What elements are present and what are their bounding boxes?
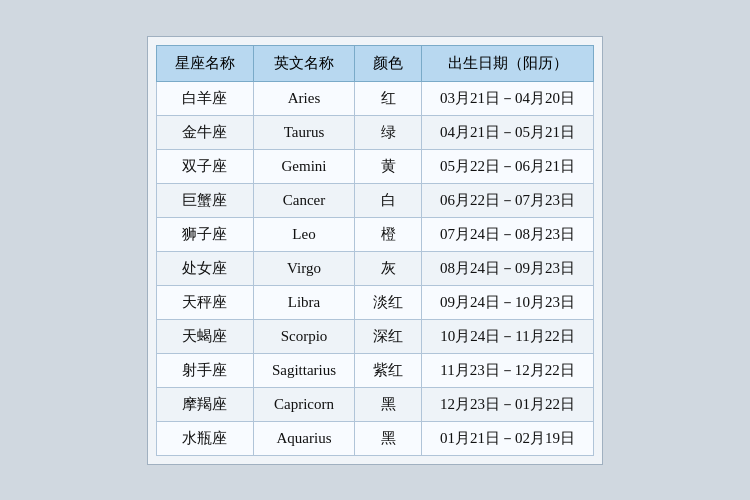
cell-2-1: Gemini [253,149,354,183]
cell-4-2: 橙 [355,217,422,251]
cell-8-1: Sagittarius [253,353,354,387]
table-row: 水瓶座Aquarius黑01月21日－02月19日 [156,421,593,455]
cell-9-3: 12月23日－01月22日 [422,387,594,421]
cell-0-3: 03月21日－04月20日 [422,81,594,115]
cell-3-2: 白 [355,183,422,217]
zodiac-table-container: 星座名称英文名称颜色出生日期（阳历） 白羊座Aries红03月21日－04月20… [147,36,603,465]
cell-8-0: 射手座 [156,353,253,387]
table-header-row: 星座名称英文名称颜色出生日期（阳历） [156,45,593,81]
cell-3-1: Cancer [253,183,354,217]
table-row: 天秤座Libra淡红09月24日－10月23日 [156,285,593,319]
cell-6-2: 淡红 [355,285,422,319]
cell-6-3: 09月24日－10月23日 [422,285,594,319]
cell-8-3: 11月23日－12月22日 [422,353,594,387]
cell-6-0: 天秤座 [156,285,253,319]
cell-10-0: 水瓶座 [156,421,253,455]
cell-5-0: 处女座 [156,251,253,285]
cell-0-2: 红 [355,81,422,115]
cell-1-3: 04月21日－05月21日 [422,115,594,149]
table-row: 狮子座Leo橙07月24日－08月23日 [156,217,593,251]
cell-7-3: 10月24日－11月22日 [422,319,594,353]
cell-7-1: Scorpio [253,319,354,353]
cell-5-3: 08月24日－09月23日 [422,251,594,285]
cell-4-0: 狮子座 [156,217,253,251]
cell-1-0: 金牛座 [156,115,253,149]
table-row: 处女座Virgo灰08月24日－09月23日 [156,251,593,285]
cell-4-1: Leo [253,217,354,251]
cell-7-0: 天蝎座 [156,319,253,353]
cell-3-3: 06月22日－07月23日 [422,183,594,217]
table-row: 巨蟹座Cancer白06月22日－07月23日 [156,183,593,217]
cell-9-2: 黑 [355,387,422,421]
cell-7-2: 深红 [355,319,422,353]
table-row: 金牛座Taurus绿04月21日－05月21日 [156,115,593,149]
cell-2-2: 黄 [355,149,422,183]
cell-0-1: Aries [253,81,354,115]
cell-0-0: 白羊座 [156,81,253,115]
header-col-0: 星座名称 [156,45,253,81]
table-row: 射手座Sagittarius紫红11月23日－12月22日 [156,353,593,387]
cell-10-2: 黑 [355,421,422,455]
cell-9-0: 摩羯座 [156,387,253,421]
cell-1-1: Taurus [253,115,354,149]
table-row: 双子座Gemini黄05月22日－06月21日 [156,149,593,183]
table-row: 天蝎座Scorpio深红10月24日－11月22日 [156,319,593,353]
cell-8-2: 紫红 [355,353,422,387]
cell-5-2: 灰 [355,251,422,285]
header-col-2: 颜色 [355,45,422,81]
cell-6-1: Libra [253,285,354,319]
cell-2-0: 双子座 [156,149,253,183]
cell-5-1: Virgo [253,251,354,285]
cell-2-3: 05月22日－06月21日 [422,149,594,183]
cell-10-1: Aquarius [253,421,354,455]
cell-3-0: 巨蟹座 [156,183,253,217]
table-row: 白羊座Aries红03月21日－04月20日 [156,81,593,115]
cell-9-1: Capricorn [253,387,354,421]
zodiac-table: 星座名称英文名称颜色出生日期（阳历） 白羊座Aries红03月21日－04月20… [156,45,594,456]
cell-10-3: 01月21日－02月19日 [422,421,594,455]
cell-4-3: 07月24日－08月23日 [422,217,594,251]
header-col-1: 英文名称 [253,45,354,81]
table-row: 摩羯座Capricorn黑12月23日－01月22日 [156,387,593,421]
cell-1-2: 绿 [355,115,422,149]
header-col-3: 出生日期（阳历） [422,45,594,81]
